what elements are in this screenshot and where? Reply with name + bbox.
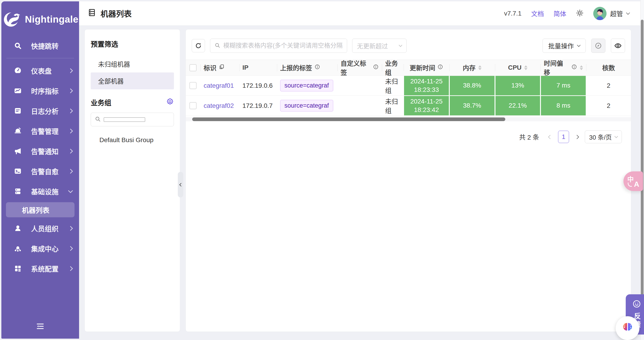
refresh-icon (195, 42, 202, 49)
sidebar-item-quick-jump[interactable]: 快捷跳转 (1, 36, 79, 56)
chevron-down-icon (68, 188, 73, 193)
sort-control[interactable] (478, 65, 482, 70)
gear-icon[interactable] (166, 98, 174, 106)
chevron-left-icon (179, 183, 183, 186)
user-menu[interactable]: 超管 (593, 7, 629, 20)
sidebar-item-machine-list[interactable]: 机器列表 (6, 202, 74, 217)
sidebar-item-label: 日志分析 (31, 106, 58, 116)
chevron-down-icon (626, 11, 630, 14)
no-update-filter-select[interactable]: 无更新超过 (352, 38, 406, 53)
info-icon[interactable] (438, 64, 443, 71)
settings-grid-icon (13, 264, 22, 273)
menu-fold-icon (36, 322, 45, 332)
search-icon (94, 116, 101, 123)
sidebar-item-label: 快捷跳转 (31, 41, 58, 51)
sidebar-item-label: 基础设施 (31, 186, 58, 196)
app-logo[interactable]: Nightingale (1, 1, 79, 36)
sidebar-item-label: 告警自愈 (31, 166, 58, 176)
chevron-right-icon (68, 226, 73, 230)
total-count-label: 共 2 条 (519, 132, 539, 142)
sidebar-item-dashboard[interactable]: 仪表盘 (1, 60, 79, 81)
horizontal-scrollbar-thumb[interactable] (192, 118, 505, 121)
sort-control[interactable] (524, 65, 528, 70)
busi-group-item[interactable]: Default Busi Group (91, 132, 174, 148)
sidebar-item-alert-mgmt[interactable]: 告警管理 (1, 121, 79, 141)
tag-pill[interactable]: source=categraf (280, 80, 333, 92)
filter-panel: 预置筛选 未归组机器 全部机器 业务组 Default Busi Group (84, 29, 180, 332)
chevron-down-icon (577, 44, 581, 47)
version-label: v7.7.1 (504, 10, 522, 17)
copy-icon[interactable] (219, 64, 225, 72)
chevron-right-icon (68, 246, 73, 251)
alarm-icon (13, 126, 22, 136)
sidebar-item-integration[interactable]: 集成中心 (1, 238, 79, 258)
gauge-icon (13, 66, 22, 75)
theme-sun-icon[interactable] (576, 9, 584, 18)
sidebar-item-label: 时序指标 (31, 86, 58, 96)
sidebar-item-infrastructure[interactable]: 基础设施 (1, 181, 79, 201)
time-offset-cell: 7 ms (541, 76, 586, 95)
ident-link[interactable]: categraf02 (204, 102, 234, 110)
info-icon[interactable] (314, 64, 320, 71)
sidebar-item-system-config[interactable]: 系统配置 (1, 258, 79, 278)
horizontal-scrollbar (186, 117, 631, 121)
sidebar-item-label: 告警通知 (31, 146, 58, 156)
panel-collapse-handle[interactable] (178, 172, 183, 198)
translate-floating-button[interactable]: 中 A (624, 171, 643, 191)
column-visibility-button[interactable] (611, 38, 625, 53)
page-title: 机器列表 (88, 8, 132, 19)
sidebar-item-label: 机器列表 (22, 205, 49, 215)
pagination: 共 2 条 1 30 条/页 (195, 130, 622, 143)
table-search (210, 38, 347, 53)
page-number-button[interactable]: 1 (558, 131, 569, 143)
sort-control[interactable] (580, 65, 583, 70)
megaphone-icon (13, 146, 22, 156)
sidebar-item-label: 集成中心 (31, 243, 58, 254)
row-checkbox[interactable] (190, 102, 196, 109)
ident-link[interactable]: categraf01 (204, 82, 234, 89)
next-page-button[interactable] (575, 135, 579, 139)
busi-group-search[interactable] (91, 113, 174, 126)
ai-assistant-button[interactable] (616, 316, 640, 340)
sidebar: Nightingale 快捷跳转 仪表盘 时序指标 日志分析 告警管理 (1, 1, 79, 339)
batch-operations-button[interactable]: 批量操作 (542, 38, 586, 53)
sidebar-item-people-org[interactable]: 人员组织 (1, 218, 79, 238)
user-icon (13, 224, 22, 233)
preset-item-all-machines[interactable]: 全部机器 (91, 72, 174, 89)
select-all-checkbox[interactable] (190, 64, 196, 71)
terminal-icon (13, 166, 22, 176)
sidebar-item-label: 仪表盘 (31, 66, 52, 76)
docs-link[interactable]: 文档 (531, 9, 544, 18)
chevron-right-icon (68, 148, 73, 153)
info-icon[interactable] (571, 64, 577, 71)
smiley-icon (632, 299, 641, 310)
chevron-right-icon (68, 68, 73, 73)
info-icon[interactable] (373, 64, 379, 71)
nightingale-bird-icon (2, 9, 22, 30)
sidebar-collapse-button[interactable] (1, 316, 79, 339)
sidebar-item-metrics[interactable]: 时序指标 (1, 81, 79, 101)
compass-icon (595, 42, 602, 49)
preset-item-ungrouped[interactable]: 未归组机器 (91, 56, 174, 72)
table-row: categraf02 172.19.0.7 source=categraf 未归… (186, 96, 631, 116)
sidebar-item-alert-notify[interactable]: 告警通知 (1, 141, 79, 161)
time-offset-cell: 8 ms (541, 96, 586, 116)
chevron-right-icon (68, 88, 73, 93)
busi-group-search-input[interactable] (104, 118, 145, 122)
avatar (593, 7, 606, 20)
sidebar-item-logs[interactable]: 日志分析 (1, 101, 79, 121)
cpu-cell: 13% (496, 76, 540, 95)
prev-page-button[interactable] (548, 135, 552, 139)
refresh-button[interactable] (192, 39, 205, 52)
sidebar-item-self-healing[interactable]: 告警自愈 (1, 161, 79, 181)
brand-name: Nightingale (25, 14, 78, 25)
tag-pill[interactable]: source=categraf (280, 100, 333, 112)
explore-button[interactable] (591, 38, 606, 53)
language-link[interactable]: 简体 (554, 9, 566, 18)
search-icon (13, 41, 22, 50)
page-size-select[interactable]: 30 条/页 (585, 130, 622, 143)
row-checkbox[interactable] (190, 82, 196, 89)
table-search-input[interactable] (223, 42, 343, 49)
vertical-scrollbar (640, 0, 644, 340)
cpu-cell: 22.1% (496, 96, 540, 116)
